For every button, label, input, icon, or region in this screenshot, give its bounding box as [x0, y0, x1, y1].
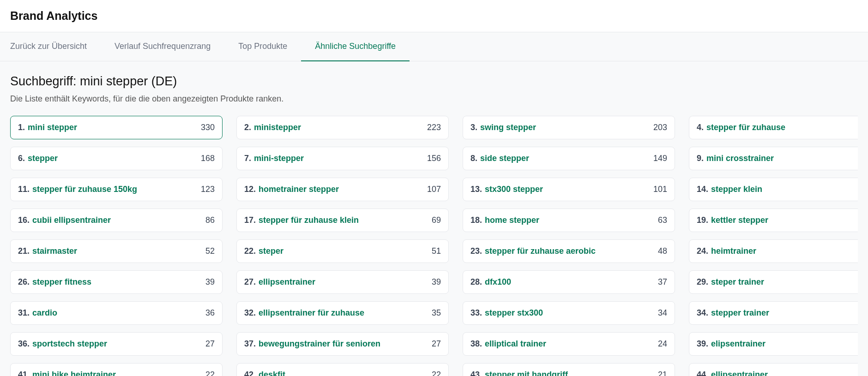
keyword-card-left: 13.stx300 stepper — [470, 185, 543, 194]
keyword-card[interactable]: 27.ellipsentrainer39 — [236, 270, 449, 294]
keyword-text: ministepper — [254, 123, 301, 132]
keyword-rank: 4. — [697, 123, 704, 132]
keyword-text: stepper für zuhause klein — [259, 215, 359, 225]
keyword-rank: 38. — [470, 339, 482, 349]
keyword-card[interactable]: 16.cubii ellipsentrainer86 — [10, 209, 223, 232]
keyword-card[interactable]: 3.swing stepper203 — [463, 116, 675, 139]
keyword-card[interactable]: 21.stairmaster52 — [10, 239, 223, 263]
tab-0[interactable]: Zurück zur Übersicht — [10, 32, 101, 61]
keyword-card-left: 4.stepper für zuhause — [697, 123, 785, 132]
keyword-text: stepper trainer — [711, 308, 769, 318]
keyword-value: 35 — [432, 308, 441, 318]
tab-2[interactable]: Top Produkte — [224, 32, 301, 61]
keyword-value: 63 — [658, 215, 667, 225]
keyword-card[interactable]: 39.elipsentrainer — [689, 332, 858, 356]
keyword-text: ellipsentrainer für zuhause — [259, 308, 364, 318]
keyword-value: 86 — [205, 215, 215, 225]
keyword-card-left: 43.stepper mit handgriff — [470, 370, 568, 376]
keyword-card[interactable]: 32.ellipsentrainer für zuhause35 — [236, 301, 449, 325]
keyword-card[interactable]: 44.ellipsentrainer — [689, 363, 858, 376]
keyword-card[interactable]: 12.hometrainer stepper107 — [236, 178, 449, 201]
keyword-rank: 36. — [18, 339, 30, 349]
keyword-card[interactable]: 6.stepper168 — [10, 147, 223, 170]
keyword-text: deskfit — [259, 370, 285, 376]
keyword-card[interactable]: 33.stepper stx30034 — [463, 301, 675, 325]
keyword-card[interactable]: 29.steper trainer — [689, 270, 858, 294]
keyword-text: stepper — [28, 154, 58, 163]
keyword-grid: 1.mini stepper3302.ministepper2233.swing… — [10, 116, 858, 376]
keyword-rank: 37. — [244, 339, 256, 349]
keyword-card[interactable]: 37.bewegungstrainer für senioren27 — [236, 332, 449, 356]
keyword-rank: 42. — [244, 370, 256, 376]
keyword-card-left: 8.side stepper — [470, 154, 529, 163]
keyword-rank: 29. — [697, 277, 708, 287]
keyword-card[interactable]: 14.stepper klein — [689, 178, 858, 201]
keyword-text: steper — [259, 246, 283, 256]
keyword-value: 101 — [653, 185, 667, 194]
keyword-card-left: 32.ellipsentrainer für zuhause — [244, 308, 364, 318]
keyword-card[interactable]: 18.home stepper63 — [463, 209, 675, 232]
keyword-text: swing stepper — [480, 123, 536, 132]
keyword-value: 156 — [427, 154, 441, 163]
keyword-card[interactable]: 9.mini crosstrainer — [689, 147, 858, 170]
keyword-card[interactable]: 19.kettler stepper — [689, 209, 858, 232]
keyword-text: mini stepper — [28, 123, 77, 132]
keyword-card[interactable]: 43.stepper mit handgriff21 — [463, 363, 675, 376]
keyword-text: hometrainer stepper — [259, 185, 339, 194]
keyword-card[interactable]: 22.steper51 — [236, 239, 449, 263]
keyword-card[interactable]: 24.heimtrainer — [689, 239, 858, 263]
keyword-card[interactable]: 4.stepper für zuhause — [689, 116, 858, 139]
keyword-value: 34 — [658, 308, 667, 318]
keyword-text: mini-stepper — [254, 154, 304, 163]
keyword-text: stairmaster — [32, 246, 77, 256]
keyword-text: mini crosstrainer — [706, 154, 774, 163]
keyword-text: side stepper — [480, 154, 529, 163]
keyword-card[interactable]: 2.ministepper223 — [236, 116, 449, 139]
keyword-card[interactable]: 41.mini bike heimtrainer22 — [10, 363, 223, 376]
keyword-rank: 39. — [697, 339, 708, 349]
keyword-card[interactable]: 17.stepper für zuhause klein69 — [236, 209, 449, 232]
keyword-card[interactable]: 26.stepper fitness39 — [10, 270, 223, 294]
keyword-value: 149 — [653, 154, 667, 163]
keyword-text: stepper mit handgriff — [485, 370, 568, 376]
keyword-card[interactable]: 28.dfx10037 — [463, 270, 675, 294]
keyword-rank: 9. — [697, 154, 704, 163]
keyword-text: sportstech stepper — [32, 339, 107, 349]
keyword-card[interactable]: 36.sportstech stepper27 — [10, 332, 223, 356]
keyword-value: 22 — [432, 370, 441, 376]
keyword-card-left: 34.stepper trainer — [697, 308, 769, 318]
keyword-card[interactable]: 31.cardio36 — [10, 301, 223, 325]
keyword-value: 48 — [658, 246, 667, 256]
keyword-value: 22 — [205, 370, 215, 376]
keyword-value: 223 — [427, 123, 441, 132]
keyword-value: 39 — [432, 277, 441, 287]
keyword-card-left: 11.stepper für zuhause 150kg — [18, 185, 137, 194]
keyword-text: bewegungstrainer für senioren — [259, 339, 380, 349]
tab-1[interactable]: Verlauf Suchfrequenzrang — [101, 32, 224, 61]
keyword-card-left: 21.stairmaster — [18, 246, 77, 256]
keyword-text: cardio — [32, 308, 57, 318]
keyword-text: kettler stepper — [711, 215, 768, 225]
keyword-rank: 32. — [244, 308, 256, 318]
keyword-rank: 2. — [244, 123, 251, 132]
keyword-rank: 11. — [18, 185, 30, 194]
keyword-card-left: 3.swing stepper — [470, 123, 536, 132]
keyword-card[interactable]: 11.stepper für zuhause 150kg123 — [10, 178, 223, 201]
keyword-card[interactable]: 34.stepper trainer — [689, 301, 858, 325]
keyword-rank: 8. — [470, 154, 477, 163]
keyword-card[interactable]: 1.mini stepper330 — [10, 116, 223, 139]
keyword-card[interactable]: 7.mini-stepper156 — [236, 147, 449, 170]
keyword-card[interactable]: 23.stepper für zuhause aerobic48 — [463, 239, 675, 263]
keyword-rank: 19. — [697, 215, 708, 225]
keyword-card[interactable]: 8.side stepper149 — [463, 147, 675, 170]
keyword-card[interactable]: 42.deskfit22 — [236, 363, 449, 376]
keyword-text: elipsentrainer — [711, 339, 766, 349]
keyword-card-left: 44.ellipsentrainer — [697, 370, 768, 376]
keyword-card[interactable]: 38.elliptical trainer24 — [463, 332, 675, 356]
tab-3[interactable]: Ähnliche Suchbegriffe — [301, 32, 410, 61]
keyword-card-left: 41.mini bike heimtrainer — [18, 370, 116, 376]
search-term-subtitle: Die Liste enthält Keywords, für die die … — [10, 94, 858, 104]
keyword-card-left: 37.bewegungstrainer für senioren — [244, 339, 380, 349]
keyword-card[interactable]: 13.stx300 stepper101 — [463, 178, 675, 201]
keyword-rank: 12. — [244, 185, 256, 194]
